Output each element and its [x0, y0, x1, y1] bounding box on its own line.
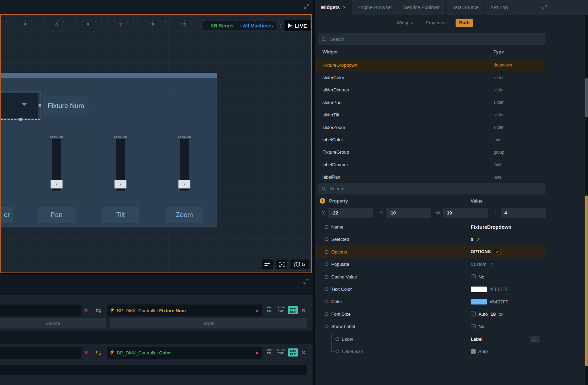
live-button[interactable]: LIVE	[285, 20, 311, 31]
all-machines-status[interactable]: ↑ All Machines	[239, 23, 273, 28]
geometry-input[interactable]: -22	[328, 208, 373, 218]
startup-flag[interactable]: STAR TUP	[275, 348, 287, 355]
property-ring-icon[interactable]	[325, 262, 328, 266]
property-ring-icon[interactable]	[325, 275, 328, 279]
timer-flag[interactable]: TIM ER	[263, 306, 275, 313]
clear-source-icon[interactable]: ×	[83, 347, 89, 359]
open-link-icon[interactable]: ↗	[476, 237, 480, 242]
panel-divider[interactable]	[313, 0, 315, 385]
property-row-populate[interactable]: PopulateCustom↗	[315, 258, 545, 270]
property-row-label-size[interactable]: Label SizeAuto	[315, 345, 545, 358]
property-row-font-size[interactable]: Font SizeAuto18px	[315, 308, 545, 320]
binding-source-field[interactable]	[0, 304, 81, 316]
view-mode-both[interactable]: Both	[456, 19, 473, 27]
widget-row-sliderzoom[interactable]: sliderZoomslider	[315, 121, 545, 134]
tab-close-icon[interactable]: ×	[343, 5, 346, 10]
checkbox[interactable]	[471, 274, 476, 279]
group-header-bar[interactable]	[1, 73, 217, 78]
property-ring-icon[interactable]	[325, 250, 328, 254]
panel-expand-icon[interactable]	[542, 5, 547, 11]
widget-list-scrollbar-thumb[interactable]	[585, 78, 588, 117]
widget-row-fixturegroup[interactable]: FixtureGroupgroup	[315, 146, 545, 159]
enable-flag[interactable]: ENA BLE	[288, 306, 298, 314]
resize-handle[interactable]	[39, 104, 41, 107]
more-options-button[interactable]: …	[530, 336, 540, 342]
widget-row-labelcolor[interactable]: labelColorlabel	[315, 134, 545, 146]
binding-target-field[interactable]: BP_DMX_Controller.Color×	[107, 347, 262, 359]
widget-row-sliderdimmer[interactable]: sliderDimmerslider	[315, 84, 545, 96]
fixture-num-label[interactable]: Fixture Num	[43, 96, 89, 116]
widget-row-slidertilt[interactable]: sliderTiltslider	[315, 109, 545, 121]
tab-data-source[interactable]: Data Source	[446, 0, 485, 15]
fixture-dropdown-widget[interactable]	[1, 93, 38, 118]
widget-row-sliderpan[interactable]: sliderPanslider	[315, 96, 545, 109]
binding-script-field[interactable]	[0, 365, 307, 375]
slider-label-zoom[interactable]: Zoom	[165, 207, 203, 223]
property-ring-icon[interactable]	[325, 312, 328, 316]
value-link[interactable]: Custom	[471, 262, 486, 267]
property-row-cache-value[interactable]: Cache ValueNo	[315, 271, 545, 283]
value-number[interactable]: 18	[491, 312, 496, 317]
property-ring-icon[interactable]	[335, 337, 339, 341]
widget-row-slidercolor[interactable]: sliderColorslider	[315, 71, 545, 84]
view-mode-widgets[interactable]: Widgets	[393, 19, 417, 27]
open-options-icon[interactable]: ↗	[494, 249, 501, 255]
tab-widgets[interactable]: Widgets×	[315, 0, 352, 15]
delete-binding-icon[interactable]: ×	[299, 347, 308, 359]
checkbox[interactable]	[471, 324, 476, 329]
widget-row-fixturedropdown[interactable]: FixtureDropdowndropdown	[315, 59, 545, 71]
expand-canvas-icon[interactable]	[304, 4, 309, 10]
tab-engine-browser[interactable]: Engine Browser	[352, 0, 398, 15]
property-ring-icon[interactable]	[325, 300, 328, 303]
property-ring-icon[interactable]	[325, 225, 328, 229]
property-search-input[interactable]	[329, 186, 542, 192]
open-link-icon[interactable]: ↗	[489, 262, 493, 267]
widget-row-labelpan[interactable]: labelPanlabel	[315, 171, 545, 182]
binding-target-field[interactable]: BP_DMX_Controller.Fixture Num×	[107, 304, 262, 316]
clear-target-icon[interactable]: ×	[255, 350, 259, 356]
layers-tool-button[interactable]	[262, 259, 273, 269]
slider-label-tilt[interactable]: Tilt	[102, 207, 139, 223]
widget-search-input[interactable]	[329, 36, 542, 42]
property-ring-icon[interactable]	[325, 237, 328, 241]
swap-direction-icon[interactable]: ⇆	[93, 347, 103, 359]
property-ring-icon[interactable]	[325, 325, 328, 328]
target-input[interactable]: Target	[110, 318, 307, 328]
slider-handle[interactable]	[178, 180, 190, 188]
property-row-name[interactable]: NameFixtureDropdown	[315, 221, 545, 233]
enable-flag[interactable]: ENA BLE	[288, 348, 298, 357]
swap-direction-icon[interactable]: ⇆	[93, 304, 103, 316]
fit-view-button[interactable]	[276, 259, 287, 269]
widget-row-labeldimmer[interactable]: labelDimmerlabel	[315, 159, 545, 171]
property-row-options[interactable]: OptionsOPTIONS↗	[315, 246, 545, 258]
grip-dots-icon[interactable]	[280, 24, 281, 27]
property-row-selected[interactable]: Selected0↗	[315, 233, 545, 245]
design-canvas[interactable]: -5051015204 ↓ XR Server ↑ All Machines L…	[0, 14, 312, 273]
clear-source-icon[interactable]: ×	[83, 304, 89, 316]
color-swatch[interactable]	[471, 299, 487, 304]
color-swatch[interactable]	[471, 287, 487, 292]
binding-source-field[interactable]	[0, 347, 81, 359]
timer-flag[interactable]: TIM ER	[263, 348, 275, 355]
property-row-label[interactable]: Label…Label	[315, 333, 545, 345]
checkbox[interactable]	[471, 312, 476, 316]
view-mode-properties[interactable]: Properties	[422, 19, 450, 27]
map-pages-button[interactable]: 5	[290, 259, 309, 269]
xr-server-status[interactable]: ↓ XR Server	[207, 23, 234, 28]
property-row-color[interactable]: Color#64B7FF	[315, 295, 545, 308]
resize-handle[interactable]	[19, 118, 22, 121]
scrollbar-track[interactable]	[585, 15, 588, 385]
source-input[interactable]: Source	[0, 318, 106, 328]
property-row-show-label[interactable]: Show LabelNo	[315, 320, 545, 333]
slider-handle[interactable]	[51, 180, 63, 188]
expand-bindings-icon[interactable]	[303, 279, 308, 285]
info-icon[interactable]: i	[320, 198, 325, 204]
geometry-input[interactable]: -10	[386, 208, 431, 218]
tab-api-log[interactable]: API Log	[485, 0, 514, 15]
slider-label-pan[interactable]: Pan	[38, 207, 76, 223]
geometry-input[interactable]: 4	[501, 208, 546, 218]
property-ring-icon[interactable]	[335, 349, 339, 353]
startup-flag[interactable]: STAR TUP	[275, 306, 287, 313]
geometry-input[interactable]: 19	[443, 208, 488, 218]
properties-scrollbar-thumb[interactable]	[585, 195, 588, 366]
